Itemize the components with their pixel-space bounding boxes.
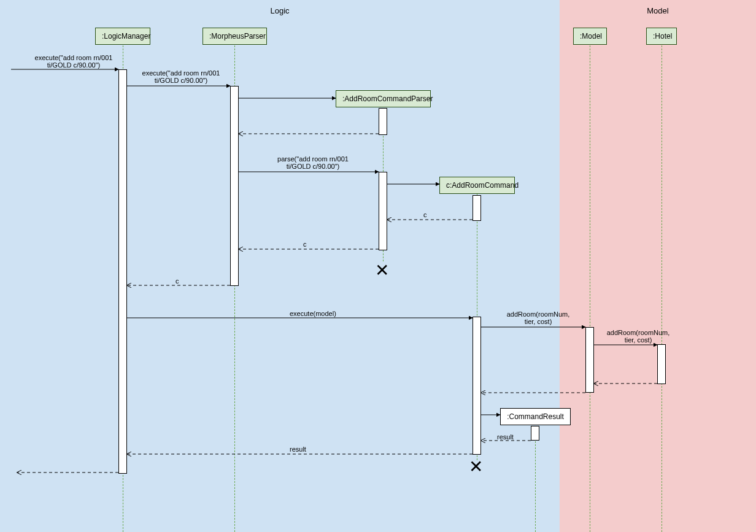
region-model-label: Model: [560, 6, 756, 15]
sequence-diagram: Logic Model :LogicManager :MorpheusParse…: [0, 0, 756, 532]
lifeline-model: [590, 45, 590, 532]
msg-parse: parse("add room rn/001ti/GOLD c/90.00"): [267, 155, 359, 170]
activation-logic-manager: [118, 69, 127, 474]
msg-addroom-1: addRoom(roomNum,tier, cost): [495, 310, 581, 325]
msg-execute-model: execute(model): [290, 310, 336, 317]
activation-command-result: [531, 426, 539, 441]
region-logic-label: Logic: [0, 6, 560, 15]
msg-return-c-1: c: [423, 211, 427, 218]
msg-return-result-2: result: [290, 445, 306, 453]
lifeline-command-result: [535, 426, 536, 532]
activation-model: [585, 327, 594, 393]
activation-arcp-1: [379, 108, 387, 135]
participant-logic-manager: :LogicManager: [95, 28, 150, 45]
activation-morpheus-parser: [230, 86, 239, 286]
participant-hotel: :Hotel: [646, 28, 677, 45]
participant-model: :Model: [573, 28, 607, 45]
msg-execute-1: execute("add room rn/001ti/GOLD c/90.00"…: [28, 54, 120, 69]
destroy-icon: ✕: [469, 457, 483, 477]
activation-arc-1: [472, 195, 481, 221]
msg-return-result-1: result: [497, 433, 514, 441]
destroy-icon: ✕: [375, 260, 389, 280]
participant-add-room-command-parser: :AddRoomCommandParser: [336, 90, 431, 107]
activation-hotel: [657, 344, 666, 384]
msg-return-c-2: c: [303, 241, 307, 248]
msg-return-c-3: c: [176, 277, 179, 285]
msg-execute-2: execute("add room rn/001ti/GOLD c/90.00"…: [135, 69, 227, 84]
participant-command-result: :CommandResult: [500, 408, 571, 425]
region-model: Model: [560, 0, 756, 532]
lifeline-hotel: [662, 45, 662, 532]
participant-add-room-command: c:AddRoomCommand: [439, 177, 515, 194]
activation-arcp-2: [379, 172, 387, 250]
msg-addroom-2: addRoom(roomNum,tier, cost): [595, 329, 681, 344]
participant-morpheus-parser: :MorpheusParser: [202, 28, 267, 45]
activation-arc-2: [472, 317, 481, 455]
